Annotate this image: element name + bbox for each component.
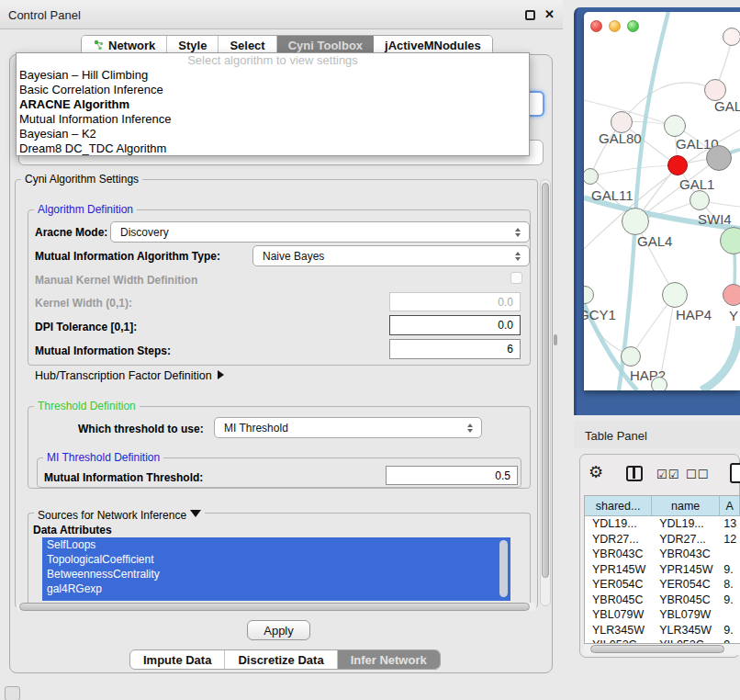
network-node[interactable] [662, 282, 688, 308]
which-threshold-combo[interactable]: MI Threshold [214, 417, 482, 438]
table-cell: YPR145W [585, 562, 652, 578]
network-node[interactable] [664, 115, 686, 137]
network-node[interactable] [584, 168, 599, 185]
algorithm-definition-title: Algorithm Definition [34, 203, 137, 216]
mi-threshold-label: Mutual Information Threshold: [44, 471, 203, 484]
table-cell: 8. [720, 577, 740, 593]
mi-threshold-field[interactable]: 0.5 [386, 466, 518, 485]
algorithm-option[interactable]: Bayesian – K2 [17, 127, 529, 141]
algorithm-option[interactable]: ARACNE Algorithm [17, 97, 529, 112]
network-node[interactable] [690, 190, 710, 210]
algorithm-option[interactable]: Dream8 DC_TDC Algorithm [17, 141, 529, 156]
algorithm-option[interactable]: Mutual Information Inference [17, 112, 529, 127]
table-cell: YPR145W [652, 562, 720, 578]
network-node[interactable] [720, 227, 740, 254]
column-header-name[interactable]: name [652, 496, 720, 515]
table-cell: YBR043C [585, 547, 652, 562]
network-node-label: Y [729, 308, 738, 323]
table-cell: 9. [720, 623, 740, 638]
float-panel-icon[interactable] [525, 10, 535, 20]
network-node[interactable] [667, 155, 688, 175]
kernel-width-field[interactable]: 0.0 [389, 292, 521, 311]
attributes-scrollbar[interactable] [499, 540, 508, 597]
tab-jactivemnodules[interactable]: jActiveMNodules [374, 36, 492, 54]
data-attributes-items: SelfLoopsTopologicalCoefficientBetweenne… [42, 537, 510, 596]
expanded-arrow-icon [190, 510, 201, 523]
columns-icon[interactable] [626, 466, 643, 481]
which-threshold-value: MI Threshold [224, 422, 288, 435]
mi-steps-field[interactable]: 6 [389, 339, 521, 359]
collapsed-arrow-icon [218, 370, 229, 379]
table-row[interactable]: YDL19...YDL19...13 [585, 516, 740, 532]
table-cell: YBR045C [652, 593, 720, 608]
table-horizontal-scrollbar[interactable] [584, 644, 740, 655]
mi-type-combo[interactable]: Naive Bayes [252, 245, 530, 266]
network-node-label: GAL11 [591, 187, 633, 203]
tab-style[interactable]: Style [167, 36, 219, 54]
deselect-all-icon[interactable]: ☐☐ [686, 468, 709, 481]
aracne-mode-combo[interactable]: Discovery [110, 221, 530, 243]
close-panel-icon[interactable]: ✕ [544, 7, 555, 21]
network-node-label: GAL80 [599, 130, 642, 146]
network-node[interactable] [621, 346, 641, 367]
table-row[interactable]: YBR043CYBR043C [585, 547, 740, 562]
scrollbar-thumb[interactable] [590, 645, 724, 653]
table-row[interactable]: YPR145WYPR145W9. [585, 562, 740, 578]
network-node[interactable] [622, 208, 649, 235]
network-node[interactable] [723, 284, 740, 306]
scrollbar-thumb[interactable] [542, 183, 549, 578]
settings-horizontal-scrollbar[interactable] [17, 603, 536, 611]
algorithm-dropdown: Select algorithm to view settings Bayesi… [16, 52, 530, 156]
table-row[interactable]: YLR345WYLR345W9. [585, 623, 740, 638]
select-all-icon[interactable]: ☑☑ [656, 468, 679, 481]
attribute-item[interactable]: gal4RGexp [42, 581, 510, 596]
settings-vertical-scrollbar[interactable] [540, 179, 551, 606]
table-row[interactable]: YBR045CYBR045C9. [585, 593, 740, 608]
network-node[interactable] [651, 377, 667, 390]
attribute-item[interactable]: TopologicalCoefficient [42, 552, 510, 567]
network-window: GALGAL80GAL10GAL1GAL11SWI4GAL4GCY1HAP4YH… [584, 12, 740, 390]
table-panel-title: Table Panel [585, 429, 647, 443]
network-node[interactable] [706, 145, 732, 171]
tab-infer-network[interactable]: Infer Network [338, 650, 440, 669]
table-row[interactable]: YIL052CYIL052C9 [585, 638, 740, 644]
app-screen: Control Panel ✕ Network Style Select Cyn… [0, 0, 740, 700]
tab-impute-data[interactable]: Impute Data [130, 650, 225, 669]
algorithm-option[interactable]: Bayesian – Hill Climbing [17, 68, 529, 83]
tab-network[interactable]: Network [82, 36, 167, 54]
network-node-label: HAP4 [676, 307, 712, 322]
table-cell: YLR345W [652, 623, 720, 638]
table-cell: 9 [720, 638, 740, 644]
algorithm-option[interactable]: Basic Correlation Inference [17, 83, 529, 97]
hub-definition-toggle[interactable]: Hub/Transcription Factor Definition [35, 369, 229, 382]
table-cell: YBR043C [652, 547, 720, 562]
table-panel-header: Table Panel [574, 421, 740, 448]
table-row[interactable]: YBL079WYBL079W [585, 607, 740, 623]
tab-cyni-toolbox[interactable]: Cyni Toolbox [277, 36, 374, 54]
table-cell: YER054C [652, 577, 720, 593]
network-node[interactable] [723, 28, 740, 46]
attribute-item[interactable]: BetweennessCentrality [42, 567, 510, 581]
table-file-icon[interactable] [730, 463, 740, 483]
corner-button[interactable] [5, 686, 20, 700]
table-cell: YBR045C [585, 593, 652, 608]
tab-discretize-data[interactable]: Discretize Data [225, 650, 337, 669]
tab-select[interactable]: Select [219, 36, 276, 54]
table-row[interactable]: YER054CYER054C8. [585, 577, 740, 593]
table-cell: YER054C [585, 577, 652, 593]
apply-button[interactable]: Apply [247, 620, 310, 640]
manual-kernel-checkbox[interactable] [510, 272, 522, 284]
gear-icon[interactable]: ⚙ [589, 462, 603, 482]
attribute-item[interactable]: SelfLoops [42, 537, 510, 552]
table-header-row: shared... name A [585, 496, 740, 516]
network-node[interactable] [584, 286, 594, 304]
sources-group-title[interactable]: Sources for Network Inference [34, 506, 205, 522]
network-canvas[interactable]: GALGAL80GAL10GAL1GAL11SWI4GAL4GCY1HAP4YH… [584, 12, 740, 390]
data-attributes-list[interactable]: SelfLoopsTopologicalCoefficientBetweenne… [42, 537, 510, 601]
table-row[interactable]: YDR27...YDR27...12 [585, 532, 740, 548]
dpi-tolerance-field[interactable]: 0.0 [389, 315, 521, 335]
scrollbar-thumb[interactable] [19, 603, 530, 611]
panel-divider-grip[interactable] [554, 334, 557, 345]
column-header-partial[interactable]: A [720, 496, 740, 515]
column-header-shared-name[interactable]: shared... [585, 496, 652, 515]
